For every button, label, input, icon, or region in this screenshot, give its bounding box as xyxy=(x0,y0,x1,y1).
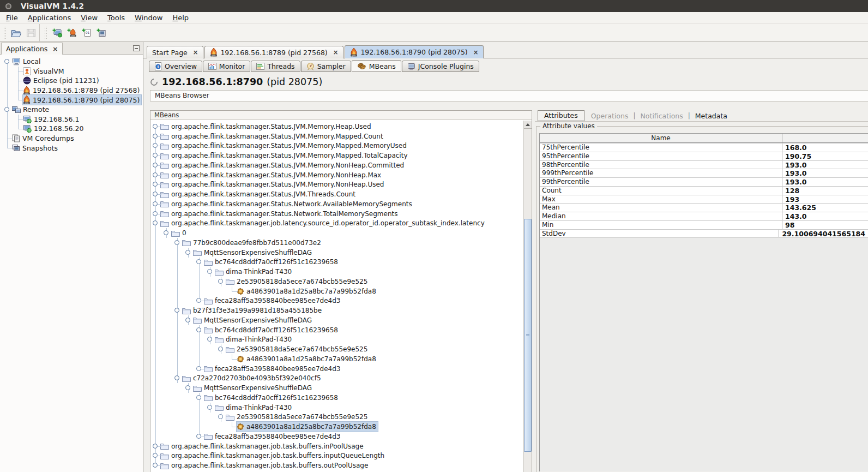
tree-node[interactable]: feca28aff5a3958840bee985ee7de4d3 xyxy=(150,432,523,441)
add-vm-coredump-button[interactable]: 01 xyxy=(79,26,94,40)
close-tab-icon[interactable]: × xyxy=(333,49,339,56)
tree-node-body[interactable]: JMX192.168.56.1:8789 (pid 27568) xyxy=(23,86,141,95)
table-row[interactable]: Max193 xyxy=(540,195,868,204)
tab-threads[interactable]: Threads xyxy=(251,61,300,72)
tree-node[interactable]: MqttSensorExpensiveShuffleDAG xyxy=(150,315,523,325)
tree-node-body[interactable]: org.apache.flink.taskmanager.Status.JVM.… xyxy=(160,122,373,132)
tree-node[interactable]: Snapshots xyxy=(2,143,142,153)
expand-handle-icon[interactable] xyxy=(153,453,158,458)
tree-node-body[interactable]: Snapshots xyxy=(12,143,59,153)
table-row[interactable]: 98thPercentile193.0 xyxy=(540,160,868,169)
menu-tools[interactable]: Tools xyxy=(103,13,130,23)
collapse-handle-icon[interactable] xyxy=(218,346,223,351)
expand-handle-icon[interactable] xyxy=(196,298,201,303)
tree-node[interactable]: JMX192.168.56.1:8789 (pid 27568) xyxy=(2,86,142,95)
tree-node[interactable]: 2e53905818da5ece7a674bcb55e9e525 xyxy=(150,344,523,354)
expand-handle-icon[interactable] xyxy=(153,124,158,129)
table-row[interactable]: 95thPercentile190.75 xyxy=(540,152,868,160)
tree-node[interactable]: org.apache.flink.taskmanager.Status.Netw… xyxy=(150,209,523,219)
collapse-handle-icon[interactable] xyxy=(153,220,158,225)
expand-handle-icon[interactable] xyxy=(196,366,201,371)
tree-node-body[interactable]: VM Coredumps xyxy=(12,134,76,144)
tree-node-body[interactable]: org.apache.flink.taskmanager.Status.JVM.… xyxy=(160,141,408,151)
tree-node-body[interactable]: org.apache.flink.taskmanager.Status.JVM.… xyxy=(160,189,357,199)
tree-node[interactable]: c72a270d2703b0e4093b5f392e040cf5 xyxy=(150,374,523,384)
scroll-up-icon[interactable] xyxy=(524,121,532,129)
tree-node[interactable]: VisualVM xyxy=(2,67,142,76)
tree-node-body[interactable]: b27f31f3e3a199a9981d185a455185be xyxy=(182,306,323,315)
tree-node[interactable]: feca28aff5a3958840bee985ee7de4d3 xyxy=(150,364,523,374)
tree-node-body[interactable]: org.apache.flink.taskmanager.Status.JVM.… xyxy=(160,132,385,141)
expand-handle-icon[interactable] xyxy=(153,182,158,187)
tree-node-body[interactable]: feca28aff5a3958840bee985ee7de4d3 xyxy=(204,364,342,374)
tree-node-body[interactable]: dima-ThinkPad-T430 xyxy=(215,267,293,277)
tab-applications[interactable]: Applications × xyxy=(1,43,63,55)
tree-node[interactable]: Eclipse (pid 11231) xyxy=(2,76,142,86)
expand-handle-icon[interactable] xyxy=(153,143,158,148)
tree-node-body[interactable]: org.apache.flink.taskmanager.Status.JVM.… xyxy=(160,170,383,180)
tree-node-body[interactable]: org.apache.flink.taskmanager.Status.Netw… xyxy=(160,199,414,209)
mbeans-tree-scrollbar[interactable] xyxy=(523,121,532,472)
collapse-handle-icon[interactable] xyxy=(196,259,201,264)
table-row[interactable]: Count128 xyxy=(540,186,868,195)
collapse-handle-icon[interactable] xyxy=(207,405,212,410)
tree-node-body[interactable]: dima-ThinkPad-T430 xyxy=(215,403,293,413)
tree-node-body[interactable]: JMX192.168.56.1:8790 (pid 28075) xyxy=(23,95,141,105)
table-row[interactable]: Mean143.625 xyxy=(540,203,868,212)
tree-node[interactable]: dima-ThinkPad-T430 xyxy=(150,335,523,345)
tree-node[interactable]: org.apache.flink.taskmanager.Status.JVM.… xyxy=(150,151,523,160)
close-icon[interactable]: × xyxy=(52,45,58,53)
tree-node[interactable]: org.apache.flink.taskmanager.Status.JVM.… xyxy=(150,180,523,190)
tree-node[interactable]: 192.168.56.1 xyxy=(2,115,142,124)
tree-node[interactable]: Local xyxy=(2,57,142,67)
column-header-value[interactable] xyxy=(782,134,868,142)
toolbar-grip[interactable] xyxy=(44,26,47,39)
expand-handle-icon[interactable] xyxy=(153,163,158,168)
collapse-handle-icon[interactable] xyxy=(207,337,212,342)
tree-node[interactable]: VM Coredumps xyxy=(2,134,142,144)
table-row[interactable]: 75thPercentile168.0 xyxy=(540,143,868,152)
tree-node-body[interactable]: org.apache.flink.taskmanager.job.task.bu… xyxy=(160,451,386,461)
tree-node[interactable]: MqttSensorExpensiveShuffleDAG xyxy=(150,383,523,393)
tab-192-168-56-1-8790-pid-28075-[interactable]: JMX192.168.56.1:8790 (pid 28075)× xyxy=(345,45,484,58)
tree-node-body[interactable]: a4863901a8a1d25a8bc7a7a99b52fda8 xyxy=(237,354,378,364)
tab-jconsole-plugins[interactable]: JConsole Plugins xyxy=(402,61,479,72)
tree-node-body[interactable]: VisualVM xyxy=(23,67,66,76)
tree-node-body[interactable]: 0 xyxy=(171,228,188,238)
tree-node[interactable]: feca28aff5a3958840bee985ee7de4d3 xyxy=(150,296,523,306)
scrollbar-thumb[interactable] xyxy=(524,219,532,452)
tree-node-body[interactable]: dima-ThinkPad-T430 xyxy=(215,335,293,345)
titlebar[interactable]: VisualVM 1.4.2 xyxy=(0,0,868,12)
expand-handle-icon[interactable] xyxy=(153,192,158,196)
tree-node-body[interactable]: c72a270d2703b0e4093b5f392e040cf5 xyxy=(182,374,323,384)
tree-node[interactable]: org.apache.flink.taskmanager.job.latency… xyxy=(150,219,523,229)
table-row[interactable]: StdDev29.100694041565184 xyxy=(540,229,868,238)
tab-mbeans[interactable]: MBeans xyxy=(352,60,401,72)
column-header-name[interactable]: Name xyxy=(540,134,782,142)
tree-node[interactable]: bc764cd8ddf7a0cff126f51c16239658 xyxy=(150,258,523,267)
collapse-handle-icon[interactable] xyxy=(174,375,179,380)
tree-node-body[interactable]: Remote xyxy=(12,105,51,115)
tree-node-body[interactable]: org.apache.flink.taskmanager.Status.JVM.… xyxy=(160,151,409,160)
close-tab-icon[interactable]: × xyxy=(193,49,198,56)
table-row[interactable]: 999thPercentile193.0 xyxy=(540,169,868,177)
tree-node-body[interactable]: bc764cd8ddf7a0cff126f51c16239658 xyxy=(204,258,340,267)
tree-node[interactable]: org.apache.flink.taskmanager.Status.JVM.… xyxy=(150,132,523,141)
tree-node[interactable]: bc764cd8ddf7a0cff126f51c16239658 xyxy=(150,393,523,403)
tree-node[interactable]: org.apache.flink.taskmanager.job.task.bu… xyxy=(150,451,523,461)
collapse-handle-icon[interactable] xyxy=(4,107,9,112)
tree-node[interactable]: 2e53905818da5ece7a674bcb55e9e525 xyxy=(150,277,523,286)
tree-node-body[interactable]: org.apache.flink.taskmanager.Status.Netw… xyxy=(160,209,399,219)
collapse-handle-icon[interactable] xyxy=(207,269,212,274)
expand-handle-icon[interactable] xyxy=(153,444,158,449)
minimize-sidebar-button[interactable] xyxy=(133,45,140,51)
toolbar-grip[interactable] xyxy=(3,26,7,39)
tree-node[interactable]: 0 xyxy=(150,228,523,238)
tree-node-body[interactable]: 2e53905818da5ece7a674bcb55e9e525 xyxy=(226,344,369,354)
open-file-button[interactable] xyxy=(9,26,23,40)
add-jmx-connection-button[interactable]: JMX xyxy=(64,26,79,40)
tree-node-body[interactable]: 192.168.56.1 xyxy=(23,115,81,124)
collapse-handle-icon[interactable] xyxy=(218,414,223,419)
add-remote-host-button[interactable] xyxy=(50,26,64,40)
collapse-handle-icon[interactable] xyxy=(185,318,190,322)
